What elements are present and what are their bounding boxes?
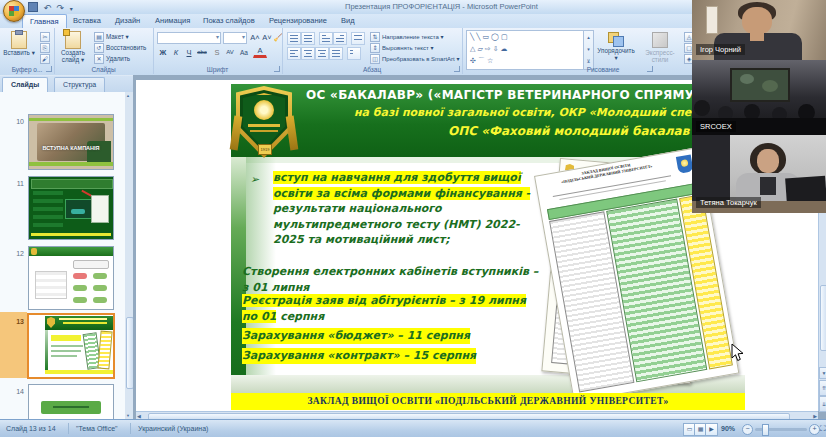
- slide-thumbnail-13-selected[interactable]: [27, 313, 115, 379]
- video-tile-classroom[interactable]: SRCOEX: [692, 60, 826, 135]
- strikethrough-button[interactable]: abc: [195, 46, 209, 59]
- align-right-button[interactable]: [315, 47, 329, 60]
- zoom-level[interactable]: 90%: [721, 425, 735, 432]
- drawing-dialog-launcher-icon[interactable]: [647, 66, 653, 72]
- pane-scroll-down-icon[interactable]: ▼: [126, 413, 130, 418]
- shape-cloud-icon[interactable]: ☁: [501, 45, 510, 52]
- italic-button[interactable]: К: [169, 46, 183, 59]
- copy-button[interactable]: ⎘: [40, 43, 52, 53]
- previous-slide-button[interactable]: ⇈: [819, 380, 826, 396]
- video-tile-igor[interactable]: Ігор Чорний: [692, 0, 826, 60]
- text-shadow-button[interactable]: S: [210, 46, 224, 59]
- shape-rounded-rect-icon[interactable]: ▢: [501, 33, 510, 40]
- qat-dropdown-icon[interactable]: ▾: [70, 5, 73, 12]
- cut-button[interactable]: ✂: [40, 32, 52, 42]
- quick-styles-button[interactable]: Экспресс-стили: [638, 30, 682, 63]
- scroll-down-button[interactable]: ▼: [819, 367, 826, 379]
- participant-name-label: SRCOEX: [696, 121, 736, 132]
- tab-dizayn[interactable]: Дизайн: [108, 14, 147, 27]
- fit-to-window-button[interactable]: ⛶: [820, 424, 826, 434]
- decrease-indent-button[interactable]: [319, 32, 333, 45]
- participant-name-label: Ігор Чорний: [696, 44, 745, 55]
- save-icon[interactable]: [28, 2, 38, 12]
- tab-recenzirovanie[interactable]: Рецензирование: [262, 14, 334, 27]
- paragraph-registration[interactable]: Реєстрація заяв від абітурієнтів – з 19 …: [242, 293, 542, 324]
- paragraph-budget[interactable]: Зарахування «бюджет» – 11 серпня: [242, 328, 470, 344]
- view-slideshow-button[interactable]: ▶: [705, 423, 718, 436]
- office-button[interactable]: [3, 0, 25, 22]
- delete-slide-button[interactable]: ✕Удалить: [94, 54, 130, 64]
- paste-button[interactable]: Вставить ▾: [2, 30, 36, 63]
- language-indicator[interactable]: Украинский (Украина): [138, 425, 208, 432]
- tab-glavnaya[interactable]: Главная: [22, 14, 67, 28]
- next-slide-button[interactable]: ⇊: [819, 396, 826, 412]
- char-spacing-button[interactable]: AV: [223, 46, 237, 59]
- align-center-button[interactable]: [301, 47, 315, 60]
- slide-thumbnail-10[interactable]: ВСТУПНА КАМПАНІЯ: [28, 114, 114, 170]
- increase-indent-button[interactable]: [333, 32, 347, 45]
- new-slide-button[interactable]: Создать слайд ▾: [56, 30, 90, 63]
- cut-icon: ✂: [40, 32, 50, 42]
- shape-freeform-icon[interactable]: ✣: [470, 57, 478, 64]
- zoom-in-button[interactable]: +: [809, 424, 820, 435]
- text-direction-button[interactable]: ⇅Направление текста ▾: [370, 32, 444, 42]
- delete-icon: ✕: [94, 54, 104, 64]
- tab-vstavka[interactable]: Вставка: [66, 14, 108, 27]
- shape-arrow-down-icon[interactable]: ⇩: [493, 45, 501, 52]
- participant-shirt: [760, 177, 776, 195]
- doc-shield-icon: [676, 154, 694, 173]
- align-text-button[interactable]: ⇕Выровнять текст ▾: [370, 43, 433, 53]
- video-tile-tetiana[interactable]: Тетяна Токарчук: [692, 135, 826, 213]
- powerpoint-window: Презентация ПРОФОРІЄНТАЦІЯ - Microsoft P…: [0, 0, 826, 437]
- font-dialog-launcher-icon[interactable]: [274, 66, 280, 72]
- redo-icon[interactable]: ↷: [57, 3, 65, 13]
- tab-pokaz-slaydov[interactable]: Показ слайдов: [196, 14, 262, 27]
- slide-thumbnail-12[interactable]: [28, 246, 114, 310]
- paragraph-contract[interactable]: Зарахування «контракт» – 15 серпня: [242, 348, 476, 364]
- group-drawing-label: Рисование: [573, 66, 633, 73]
- font-size-combo[interactable]: [223, 32, 247, 44]
- scroll-thumb[interactable]: [820, 285, 826, 351]
- pane-scroll-up-icon[interactable]: ▲: [126, 93, 130, 98]
- smartart-button[interactable]: ◫Преобразовать в SmartArt ▾: [370, 54, 459, 64]
- theme-indicator[interactable]: "Тема Office": [76, 425, 118, 432]
- shape-star-icon[interactable]: ☆: [487, 57, 495, 64]
- layout-button[interactable]: ▤Макет ▾: [94, 32, 129, 42]
- change-case-button[interactable]: Aa: [237, 46, 251, 59]
- paragraph-dialog-launcher-icon[interactable]: [454, 66, 460, 72]
- tab-vid[interactable]: Вид: [334, 14, 362, 27]
- shapes-gallery[interactable]: ╲╲▭◯▢ △▱⇨⇩☁ ✣⌒☆: [466, 30, 587, 70]
- undo-icon[interactable]: ↶: [44, 3, 52, 13]
- shape-arrow-right-icon[interactable]: ⇨: [485, 45, 493, 52]
- justify-button[interactable]: [329, 47, 343, 60]
- format-painter-button[interactable]: 🖌: [40, 54, 52, 64]
- window-title: Презентация ПРОФОРІЄНТАЦІЯ - Microsoft P…: [345, 2, 538, 11]
- align-left-button[interactable]: [287, 47, 301, 60]
- bold-button[interactable]: Ж: [156, 46, 170, 59]
- numbering-button[interactable]: [301, 32, 315, 45]
- columns-button[interactable]: [347, 47, 361, 60]
- bullets-button[interactable]: [287, 32, 301, 45]
- shape-rect-icon[interactable]: ▭: [482, 33, 491, 40]
- shape-oval-icon[interactable]: ◯: [491, 33, 501, 40]
- slide-number: 12: [4, 250, 24, 257]
- font-name-combo[interactable]: [157, 32, 221, 44]
- zoom-out-button[interactable]: −: [742, 424, 753, 435]
- arrange-button[interactable]: Упорядочить ▾: [596, 30, 636, 63]
- bullet-text[interactable]: вступ на навчання для здобуття вищої осв…: [273, 170, 549, 248]
- reset-button[interactable]: ↺Восстановить: [94, 43, 146, 53]
- shapes-gallery-scrollbar[interactable]: ▴▾⊻: [583, 30, 594, 70]
- shape-arc-icon[interactable]: ⌒: [478, 57, 487, 64]
- tab-animaciya[interactable]: Анимация: [148, 14, 197, 27]
- paragraph-cabinets[interactable]: Створення електронних кабінетів вступник…: [242, 264, 542, 295]
- font-color-button[interactable]: А: [253, 46, 267, 58]
- slide-thumbnail-11[interactable]: [28, 176, 114, 240]
- pane-scrollbar[interactable]: ▲ ▼: [125, 92, 133, 419]
- line-spacing-button[interactable]: [351, 32, 365, 45]
- pane-tab-outline[interactable]: Структура: [54, 77, 105, 92]
- underline-button[interactable]: Ч: [182, 46, 196, 59]
- shape-parallelogram-icon[interactable]: ▱: [477, 45, 484, 52]
- clipboard-dialog-launcher-icon[interactable]: [46, 66, 52, 72]
- pane-tab-slides[interactable]: Слайды: [2, 77, 48, 92]
- zoom-slider-thumb[interactable]: [762, 424, 769, 436]
